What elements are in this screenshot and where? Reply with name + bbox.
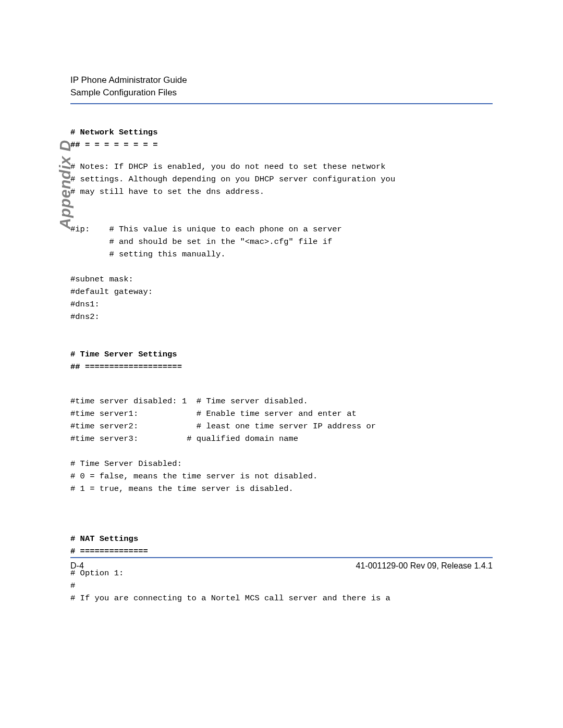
time-opt1: # 1 = true, means the time server is dis… — [70, 484, 293, 493]
nat-heading: # NAT Settings — [70, 534, 138, 544]
document-title: IP Phone Administrator Guide — [70, 74, 493, 87]
time-heading: # Time Server Settings — [70, 350, 177, 359]
page-number: D-4 — [70, 561, 84, 571]
gateway-line: #default gateway: — [70, 287, 153, 297]
release-info: 41-001129-00 Rev 09, Release 1.4.1 — [356, 561, 493, 571]
document-body: # Network Settings ## = = = = = = = = # … — [70, 126, 493, 604]
network-rule: ## = = = = = = = = — [70, 140, 157, 150]
network-note-1: # Notes: If DHCP is enabled, you do not … — [70, 162, 386, 171]
time-disabled-heading: # Time Server Disabled: — [70, 459, 182, 468]
time-line-2: #time server1: # Enable time server and … — [70, 409, 357, 418]
subnet-line: #subnet mask: — [70, 275, 133, 284]
time-rule: ## ==================== — [70, 362, 182, 372]
time-line-4: #time server3: # qualified domain name — [70, 434, 298, 443]
dns1-line: #dns1: — [70, 300, 100, 309]
appendix-side-tab: Appendix D — [56, 125, 74, 229]
network-note-2: # settings. Although depending on you DH… — [70, 175, 395, 184]
ip-line-1: #ip: # This value is unique to each phon… — [70, 225, 342, 234]
ip-line-3: # setting this manually. — [70, 250, 226, 259]
document-header: IP Phone Administrator Guide Sample Conf… — [70, 74, 493, 99]
document-footer: D-4 41-001129-00 Rev 09, Release 1.4.1 — [70, 558, 493, 571]
dns2-line: #dns2: — [70, 312, 100, 322]
nat-note: # If you are connecting to a Nortel MCS … — [70, 594, 390, 603]
time-opt0: # 0 = false, means the time server is no… — [70, 472, 317, 481]
header-rule — [70, 103, 493, 104]
time-line-3: #time server2: # least one time server I… — [70, 422, 376, 431]
time-line-1: #time server disabled: 1 # Time server d… — [70, 397, 308, 406]
nat-blank: # — [70, 581, 75, 590]
document-subtitle: Sample Configuration Files — [70, 87, 493, 99]
network-note-3: # may still have to set the dns address. — [70, 187, 264, 196]
ip-line-2: # and should be set in the "<mac>.cfg" f… — [70, 237, 332, 246]
network-heading: # Network Settings — [70, 128, 157, 137]
